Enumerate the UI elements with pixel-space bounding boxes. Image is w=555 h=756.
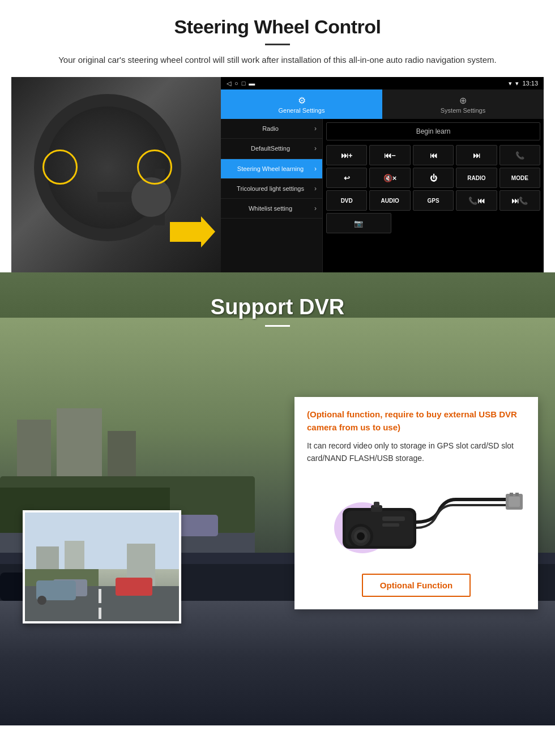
chevron-right-icon: › xyxy=(314,165,317,173)
dvr-info-card: (Optional function, require to buy exter… xyxy=(294,397,538,609)
svg-marker-0 xyxy=(170,216,215,247)
dvr-camera-svg xyxy=(309,477,524,562)
dvr-preview-photo xyxy=(23,510,181,623)
svg-rect-26 xyxy=(99,608,101,619)
tab-general[interactable]: ⚙ General Settings xyxy=(221,89,382,119)
head-unit-container: ◁ ○ □ ▬ ▾ ▾ 13:13 ⚙ General Settings ⊕ S… xyxy=(11,77,544,272)
menu-panel: Radio › DefaultSetting › Steering Wheel … xyxy=(221,119,323,272)
steering-wheel-photo xyxy=(11,77,221,272)
ctrl-row-4: 📷 xyxy=(326,213,540,233)
dvr-title-area: Support DVR xyxy=(0,272,555,338)
menu-item-default[interactable]: DefaultSetting › xyxy=(221,139,322,159)
svg-rect-4 xyxy=(17,420,51,476)
status-time: 13:13 xyxy=(522,80,538,87)
tab-general-label: General Settings xyxy=(279,107,325,114)
nav-back-icon: ◁ xyxy=(227,80,231,87)
sw-circle-left xyxy=(42,150,78,185)
dvr-camera-illustration xyxy=(307,474,526,565)
svg-rect-28 xyxy=(116,578,152,596)
wifi-icon: ▾ xyxy=(515,80,519,87)
dvr-preview-svg xyxy=(25,512,181,623)
ctrl-row-3: DVD AUDIO GPS 📞⏮ ⏭📞 xyxy=(326,190,540,211)
svg-rect-45 xyxy=(374,502,379,507)
optional-function-button[interactable]: Optional Function xyxy=(362,574,471,597)
svg-rect-42 xyxy=(510,493,513,496)
menu-item-tricoloured[interactable]: Tricoloured light settings › xyxy=(221,179,322,199)
chevron-right-icon: › xyxy=(314,144,317,152)
menu-item-whitelist[interactable]: Whitelist setting › xyxy=(221,199,322,219)
steering-subtitle: Your original car's steering wheel contr… xyxy=(34,53,521,67)
dvr-optional-text: (Optional function, require to buy exter… xyxy=(307,408,526,434)
audio-btn[interactable]: AUDIO xyxy=(369,190,410,211)
gear-icon: ⚙ xyxy=(298,95,306,106)
svg-rect-5 xyxy=(57,408,102,476)
radio-btn[interactable]: RADIO xyxy=(456,168,497,188)
mode-btn[interactable]: MODE xyxy=(500,168,540,188)
menu-item-steering[interactable]: Steering Wheel learning › xyxy=(221,159,322,179)
gps-btn[interactable]: GPS xyxy=(413,190,454,211)
vol-down-btn[interactable]: ⏮− xyxy=(369,145,410,165)
chevron-right-icon: › xyxy=(314,185,317,193)
nav-recent-icon: □ xyxy=(242,80,246,87)
ctrl-row-2: ↩ 🔇× ⏻ RADIO MODE xyxy=(326,168,540,188)
android-statusbar: ◁ ○ □ ▬ ▾ ▾ 13:13 xyxy=(221,77,544,89)
android-ui-panel: ◁ ○ □ ▬ ▾ ▾ 13:13 ⚙ General Settings ⊕ S… xyxy=(221,77,544,272)
call-prev-btn[interactable]: 📞⏮ xyxy=(456,190,497,211)
menu-item-radio[interactable]: Radio › xyxy=(221,119,322,139)
arrow-icon xyxy=(170,216,215,247)
chevron-right-icon: › xyxy=(314,204,317,212)
mute-btn[interactable]: 🔇× xyxy=(369,168,410,188)
steering-title: Steering Wheel Control xyxy=(23,16,532,38)
ctrl-row-1: ⏭+ ⏮− ⏮ ⏭ 📞 xyxy=(326,145,540,165)
svg-point-30 xyxy=(37,596,46,605)
title-divider xyxy=(265,44,290,45)
nav-media-icon: ▬ xyxy=(249,80,255,87)
begin-learn-button[interactable]: Begin learn xyxy=(326,122,540,140)
svg-rect-14 xyxy=(176,515,218,536)
svg-rect-39 xyxy=(382,523,399,527)
svg-rect-43 xyxy=(515,493,519,496)
svg-rect-38 xyxy=(382,516,405,521)
next-call-btn[interactable]: ⏭📞 xyxy=(500,190,540,211)
call-btn[interactable]: 📞 xyxy=(500,145,540,165)
nav-home-icon: ○ xyxy=(234,80,238,87)
svg-rect-25 xyxy=(99,589,101,603)
next-track-btn[interactable]: ⏭ xyxy=(456,145,497,165)
signal-icon: ▾ xyxy=(509,80,512,87)
system-icon: ⊕ xyxy=(459,95,467,106)
dvr-section: Support DVR xyxy=(0,272,555,725)
tab-system[interactable]: ⊕ System Settings xyxy=(382,89,544,119)
chevron-right-icon: › xyxy=(314,125,317,133)
begin-learn-row: Begin learn xyxy=(326,122,540,140)
android-content: Radio › DefaultSetting › Steering Wheel … xyxy=(221,119,544,272)
dvr-title: Support DVR xyxy=(0,295,555,319)
svg-rect-41 xyxy=(509,497,520,507)
prev-track-btn[interactable]: ⏮ xyxy=(413,145,454,165)
dvr-desc-text: It can record video only to storage in G… xyxy=(307,439,526,465)
vol-up-btn[interactable]: ⏭+ xyxy=(326,145,367,165)
dvd-btn[interactable]: DVD xyxy=(326,190,367,211)
camera-btn[interactable]: 📷 xyxy=(326,213,391,233)
android-tabs: ⚙ General Settings ⊕ System Settings xyxy=(221,89,544,119)
svg-point-37 xyxy=(357,532,365,540)
steering-section: Steering Wheel Control Your original car… xyxy=(0,0,555,67)
sw-circle-right xyxy=(137,150,172,185)
tab-system-label: System Settings xyxy=(441,107,485,114)
hangup-btn[interactable]: ↩ xyxy=(326,168,367,188)
control-panel: Begin learn ⏭+ ⏮− ⏮ ⏭ 📞 ↩ 🔇× ⏻ RADIO MOD… xyxy=(323,119,544,272)
svg-rect-6 xyxy=(108,431,136,476)
power-btn[interactable]: ⏻ xyxy=(413,168,454,188)
dvr-divider xyxy=(265,325,290,327)
